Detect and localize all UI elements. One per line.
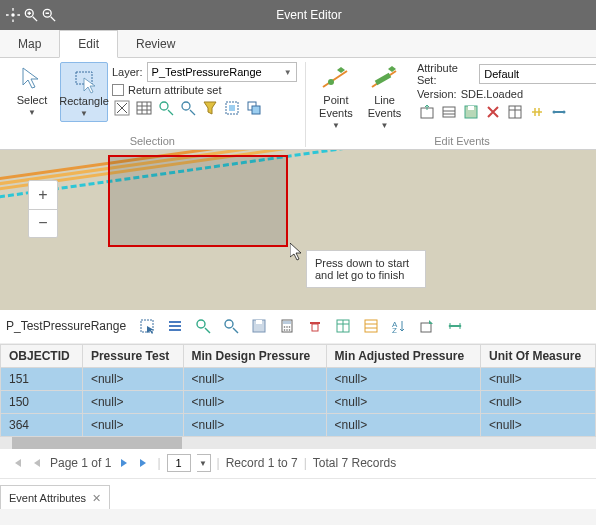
merge-icon[interactable] bbox=[549, 102, 569, 122]
add-event-icon[interactable] bbox=[417, 102, 437, 122]
col-unit[interactable]: Unit Of Measure bbox=[481, 344, 596, 367]
tab-edit[interactable]: Edit bbox=[59, 30, 118, 58]
panel-sort-icon[interactable]: AZ bbox=[390, 317, 408, 335]
svg-point-20 bbox=[552, 111, 555, 114]
svg-point-8 bbox=[160, 102, 168, 110]
h-scrollbar[interactable] bbox=[0, 437, 596, 449]
panel-config-icon[interactable] bbox=[362, 317, 380, 335]
return-attr-label: Return attribute set bbox=[128, 84, 222, 96]
edit-event-icon[interactable] bbox=[439, 102, 459, 122]
svg-rect-41 bbox=[312, 324, 318, 331]
svg-rect-46 bbox=[421, 323, 431, 332]
panel-export-icon[interactable] bbox=[418, 317, 436, 335]
pager-last-button[interactable] bbox=[137, 457, 151, 469]
split-icon[interactable] bbox=[527, 102, 547, 122]
svg-point-35 bbox=[286, 327, 288, 329]
select-button[interactable]: Select▼ bbox=[8, 62, 56, 120]
svg-point-37 bbox=[284, 330, 286, 332]
map-view[interactable]: Press down to start and let go to finish… bbox=[0, 150, 596, 310]
svg-rect-7 bbox=[137, 102, 151, 114]
col-pressure-test[interactable]: Pressure Test bbox=[82, 344, 183, 367]
point-events-button[interactable]: Point Events▼ bbox=[314, 62, 359, 133]
zoom-in-button[interactable]: + bbox=[29, 181, 57, 209]
discard-edits-icon[interactable] bbox=[483, 102, 503, 122]
attr-set-dropdown[interactable]: Default ▼ bbox=[479, 64, 596, 84]
panel-save-icon[interactable] bbox=[250, 317, 268, 335]
chevron-down-icon: ▼ bbox=[284, 68, 292, 77]
pager-first-button[interactable] bbox=[10, 457, 24, 469]
zoom-out-icon[interactable] bbox=[42, 8, 56, 22]
chevron-down-icon: ▼ bbox=[80, 109, 88, 119]
pager-page-text: Page 1 of 1 bbox=[50, 456, 111, 470]
svg-point-0 bbox=[11, 13, 15, 17]
zoom-selection-icon[interactable] bbox=[156, 98, 176, 118]
select-options-icon[interactable] bbox=[244, 98, 264, 118]
tab-review[interactable]: Review bbox=[118, 30, 193, 57]
col-min-design[interactable]: Min Design Pressure bbox=[183, 344, 326, 367]
table-row[interactable]: 364<null><null><null><null> bbox=[1, 413, 596, 436]
tab-map[interactable]: Map bbox=[0, 30, 59, 57]
layer-label: Layer: bbox=[112, 66, 143, 78]
svg-point-21 bbox=[562, 111, 565, 114]
save-edits-icon[interactable] bbox=[461, 102, 481, 122]
pager: Page 1 of 1 | ▼ | Record 1 to 7 | Total … bbox=[0, 449, 596, 479]
svg-rect-26 bbox=[169, 325, 181, 327]
col-min-adjusted[interactable]: Min Adjusted Pressure bbox=[326, 344, 481, 367]
table-row[interactable]: 150<null><null><null><null> bbox=[1, 390, 596, 413]
panel-layer-name: P_TestPressureRange bbox=[6, 319, 126, 333]
panel-zoom-icon[interactable] bbox=[194, 317, 212, 335]
svg-rect-11 bbox=[229, 105, 235, 111]
filter-icon[interactable] bbox=[200, 98, 220, 118]
svg-point-29 bbox=[225, 320, 233, 328]
pager-next-button[interactable] bbox=[117, 457, 131, 469]
pager-total-text: Total 7 Records bbox=[313, 456, 396, 470]
svg-rect-31 bbox=[256, 320, 262, 324]
svg-rect-25 bbox=[169, 321, 181, 323]
col-objectid[interactable]: OBJECTID bbox=[1, 344, 83, 367]
attribute-table: OBJECTID Pressure Test Min Design Pressu… bbox=[0, 344, 596, 449]
svg-point-39 bbox=[289, 330, 291, 332]
pager-page-input[interactable] bbox=[167, 454, 191, 472]
layer-dropdown[interactable]: P_TestPressureRange ▼ bbox=[147, 62, 297, 82]
svg-rect-33 bbox=[283, 321, 291, 324]
rectangle-select-button[interactable]: Rectangle▼ bbox=[60, 62, 108, 122]
line-events-button[interactable]: Line Events▼ bbox=[362, 62, 407, 133]
return-attr-checkbox[interactable] bbox=[112, 84, 124, 96]
close-icon[interactable]: ✕ bbox=[92, 492, 101, 505]
svg-rect-18 bbox=[468, 106, 474, 110]
panel-calculate-icon[interactable] bbox=[278, 317, 296, 335]
cursor-icon bbox=[290, 243, 304, 261]
svg-point-47 bbox=[449, 325, 452, 328]
panel-delete-icon[interactable] bbox=[306, 317, 324, 335]
pager-page-dropdown[interactable]: ▼ bbox=[197, 454, 211, 472]
bottom-tabstrip: Event Attributes ✕ bbox=[0, 479, 596, 509]
panel-pan-icon[interactable] bbox=[222, 317, 240, 335]
svg-text:Z: Z bbox=[392, 326, 397, 334]
map-tooltip: Press down to start and let go to finish bbox=[306, 250, 426, 288]
table-icon[interactable] bbox=[134, 98, 154, 118]
table-row[interactable]: 151<null><null><null><null> bbox=[1, 367, 596, 390]
version-value: SDE.Loaded bbox=[461, 88, 523, 100]
svg-point-9 bbox=[182, 102, 190, 110]
chevron-down-icon: ▼ bbox=[28, 108, 36, 118]
svg-point-38 bbox=[286, 330, 288, 332]
pager-prev-button[interactable] bbox=[30, 457, 44, 469]
select-all-icon[interactable] bbox=[222, 98, 242, 118]
svg-point-34 bbox=[284, 327, 286, 329]
zoom-control: + − bbox=[28, 180, 58, 238]
attributes-icon[interactable] bbox=[505, 102, 525, 122]
panel-select-icon[interactable] bbox=[138, 317, 156, 335]
panel-show-all-icon[interactable] bbox=[166, 317, 184, 335]
pan-selection-icon[interactable] bbox=[178, 98, 198, 118]
clear-selection-icon[interactable] bbox=[112, 98, 132, 118]
zoom-in-icon[interactable] bbox=[24, 8, 38, 22]
tab-event-attributes[interactable]: Event Attributes ✕ bbox=[0, 485, 110, 509]
group-edit-events-label: Edit Events bbox=[314, 133, 596, 147]
svg-rect-13 bbox=[252, 106, 260, 114]
panel-measure-icon[interactable] bbox=[446, 317, 464, 335]
recenter-icon[interactable] bbox=[6, 8, 20, 22]
group-edit-events: Point Events▼ Line Events▼ Attribute Set… bbox=[306, 62, 596, 147]
panel-fields-icon[interactable] bbox=[334, 317, 352, 335]
zoom-out-button[interactable]: − bbox=[29, 209, 57, 237]
svg-marker-5 bbox=[84, 78, 95, 93]
